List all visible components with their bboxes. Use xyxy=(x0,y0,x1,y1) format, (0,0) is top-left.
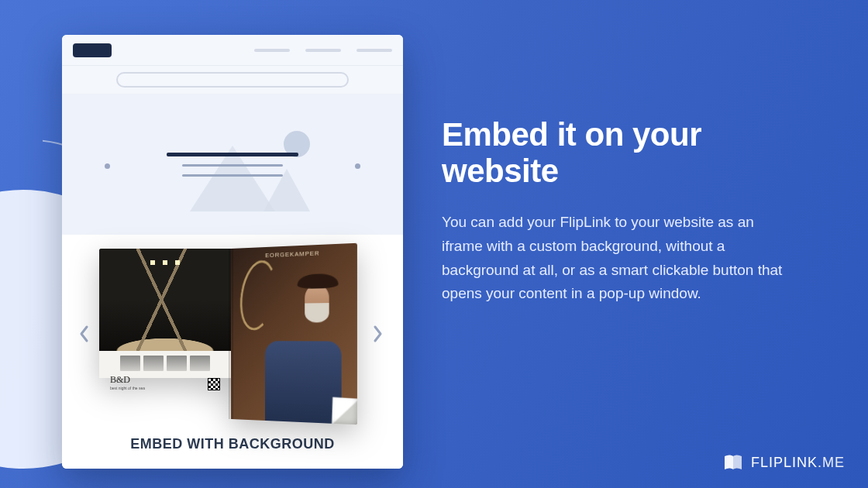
embed-caption: EMBED WITH BACKGROUND xyxy=(130,436,334,452)
brand: FLIPLINK.ME xyxy=(723,454,845,471)
flipbook-next-button[interactable] xyxy=(369,318,388,349)
hero-slider-dot xyxy=(105,163,110,169)
cowboy-beard xyxy=(305,303,329,322)
browser-tab-stub xyxy=(73,43,112,57)
flipbook-page-right xyxy=(231,243,357,425)
left-page-thumb xyxy=(143,356,164,371)
left-page-thumb-row xyxy=(120,356,210,371)
browser-chrome-dash xyxy=(356,49,392,52)
browser-chrome-right xyxy=(254,49,392,52)
cowboy-hat xyxy=(298,273,339,289)
flipbook-spine xyxy=(229,249,233,419)
flipbook-prev-button[interactable] xyxy=(74,318,93,349)
brand-word-main: FLIPLINK xyxy=(751,455,818,470)
hero-sub-line xyxy=(182,164,283,167)
qr-code-icon xyxy=(208,378,220,390)
brand-word-suffix: .ME xyxy=(818,455,845,470)
headline: Embed it on your website xyxy=(442,116,822,189)
hero-slider-dot xyxy=(355,163,360,169)
page-curl-icon xyxy=(332,397,357,425)
hero-heading-line xyxy=(167,153,298,156)
browser-chrome xyxy=(62,35,403,66)
text-column: Embed it on your website You can add you… xyxy=(442,116,822,306)
cowboy-jacket xyxy=(265,341,342,424)
cowboy-figure xyxy=(294,273,342,325)
left-page-smalltext: best night of the sea xyxy=(110,386,145,390)
browser-address-pill xyxy=(116,72,349,88)
browser-address-bar xyxy=(62,66,403,94)
flipbook[interactable]: B&D best night of the sea xyxy=(99,249,363,419)
cowboy-rope xyxy=(236,258,281,334)
brand-wordmark: FLIPLINK.ME xyxy=(751,455,845,471)
browser-chrome-dash xyxy=(305,49,341,52)
left-page-footer: B&D best night of the sea xyxy=(99,351,231,419)
hero-sub-line xyxy=(182,174,283,177)
mock-browser-card: B&D best night of the sea xyxy=(62,35,403,469)
flipbook-area: B&D best night of the sea xyxy=(62,235,403,469)
brand-book-icon xyxy=(723,454,743,471)
chevron-left-icon xyxy=(78,325,89,343)
left-page-thumb xyxy=(167,356,187,371)
left-page-thumb xyxy=(120,356,140,371)
body-copy: You can add your FlipLink to your websit… xyxy=(442,211,798,306)
flipbook-page-left: B&D best night of the sea xyxy=(99,249,231,419)
left-page-script: B&D xyxy=(110,374,145,386)
browser-hero-area xyxy=(62,94,403,235)
left-page-thumb xyxy=(190,356,210,371)
left-page-signoff: B&D best night of the sea xyxy=(105,374,225,390)
chevron-right-icon xyxy=(373,325,384,343)
browser-chrome-dash xyxy=(254,49,290,52)
flipbook-row: B&D best night of the sea xyxy=(74,249,391,419)
